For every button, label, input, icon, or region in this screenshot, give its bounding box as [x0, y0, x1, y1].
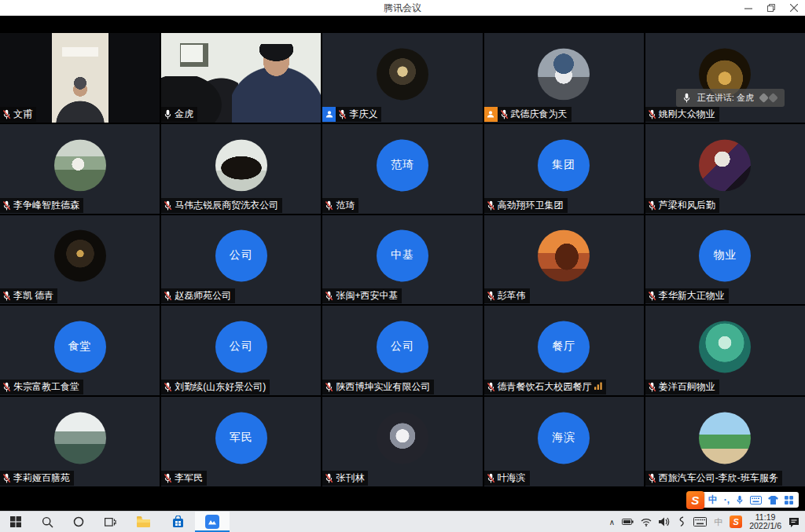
- signal-strength-icon: [594, 381, 602, 393]
- sogou-skin-icon[interactable]: [768, 496, 778, 504]
- participant-label: 李军民: [161, 471, 207, 486]
- meeting-top-strip: [0, 16, 805, 33]
- participant-cell[interactable]: 公司赵磊师苑公司: [161, 215, 321, 305]
- mic-muted-icon: [325, 200, 333, 211]
- sogou-voice-icon[interactable]: [736, 495, 744, 504]
- taskbar-clock[interactable]: 11:19 2022/1/6: [749, 513, 781, 531]
- mic-muted-icon: [2, 291, 11, 301]
- participant-label: 李庆义: [322, 107, 381, 122]
- window-title: 腾讯会议: [384, 2, 421, 15]
- participant-cell[interactable]: 李争峰智胜德森: [0, 124, 160, 214]
- participant-cell[interactable]: 李莉娅百膳苑: [0, 397, 160, 486]
- speaking-banner-text: 正在讲话: 金虎: [697, 92, 754, 104]
- avatar-initials: 食堂: [54, 321, 106, 373]
- participant-cell[interactable]: 芦梁和风后勤: [645, 124, 805, 214]
- participant-name: 姜洋百舸物业: [659, 381, 715, 393]
- input-method-indicator[interactable]: 中: [714, 516, 722, 528]
- microsoft-store-button[interactable]: [160, 512, 195, 532]
- participant-cell[interactable]: 海滨叶海滨: [484, 397, 644, 486]
- participant-cell[interactable]: 金虎: [161, 33, 321, 123]
- participant-cell[interactable]: 张刊林: [322, 397, 482, 486]
- avatar-photo: [699, 139, 751, 191]
- participant-cell[interactable]: 军民李军民: [161, 397, 321, 486]
- participant-cell[interactable]: 公司刘勤续(山东好景公司): [161, 306, 321, 395]
- tray-chevron-up-icon[interactable]: ∧: [609, 518, 615, 526]
- sogou-input-toolbar: S 中 ·,: [686, 491, 799, 508]
- avatar-initials: 集团: [538, 139, 590, 191]
- windows-ink-pen-icon[interactable]: [677, 516, 686, 527]
- participant-label: 高劲翔环卫集团: [484, 198, 568, 213]
- avatar-initials: 中基: [377, 230, 428, 282]
- participant-name: 金虎: [175, 108, 193, 120]
- participant-label: 陕西博坤实业有限公司: [322, 380, 434, 394]
- participant-label: 范琦: [322, 198, 358, 213]
- mic-muted-icon: [487, 200, 495, 211]
- mic-muted-icon: [325, 291, 333, 301]
- participant-name: 德青餐饮石大校园餐厅: [498, 381, 592, 393]
- minimize-button[interactable]: [737, 0, 759, 16]
- participant-cell[interactable]: 文甫: [0, 33, 160, 123]
- avatar-initials: 餐厅: [538, 321, 590, 373]
- touch-keyboard-icon[interactable]: [693, 517, 707, 526]
- mic-muted-icon: [487, 382, 495, 392]
- task-view-button[interactable]: [94, 512, 126, 532]
- participant-cell[interactable]: 中基张闽+西安中基: [322, 215, 482, 305]
- participant-cell[interactable]: 彭革伟: [484, 215, 644, 305]
- participant-cell[interactable]: 李凯 德青: [0, 215, 160, 305]
- mic-muted-icon: [164, 473, 172, 483]
- participant-label: 李凯 德青: [0, 288, 57, 303]
- sogou-keyboard-icon[interactable]: [750, 496, 762, 504]
- mic-muted-icon: [487, 291, 495, 301]
- participant-cell[interactable]: 食堂朱宗富教工食堂: [0, 306, 160, 395]
- sogou-tray-icon[interactable]: S: [730, 515, 742, 528]
- avatar-initials: 海滨: [538, 412, 590, 464]
- battery-icon[interactable]: [622, 518, 634, 526]
- minimize-icon: [744, 4, 752, 12]
- search-button[interactable]: [31, 512, 63, 532]
- mic-muted-icon: [648, 200, 656, 211]
- sogou-logo[interactable]: S: [686, 491, 704, 509]
- participant-label: 李莉娅百膳苑: [0, 471, 74, 486]
- clock-date: 2022/1/6: [749, 522, 781, 531]
- participant-name: 赵磊师苑公司: [175, 290, 231, 302]
- participant-label: 朱宗富教工食堂: [0, 380, 83, 394]
- avatar-photo: [54, 412, 106, 464]
- tencent-meeting-icon: [205, 515, 219, 529]
- participant-cell[interactable]: 姜洋百舸物业: [645, 306, 805, 395]
- close-button[interactable]: [782, 0, 805, 16]
- avatar-photo: [538, 48, 590, 100]
- participant-cell[interactable]: 餐厅德青餐饮石大校园餐厅: [484, 306, 644, 395]
- file-explorer-button[interactable]: [126, 512, 160, 532]
- action-center-icon[interactable]: [788, 517, 799, 527]
- participant-cell[interactable]: 马伟志锐辰商贸洗衣公司: [161, 124, 321, 214]
- participant-cell[interactable]: 物业李华新大正物业: [645, 215, 805, 305]
- tencent-meeting-app-button[interactable]: [195, 512, 230, 532]
- participant-cell[interactable]: 武德庆食为天: [484, 33, 644, 123]
- participant-name: 陕西博坤实业有限公司: [336, 381, 430, 393]
- speaking-banner: 正在讲话: 金虎: [676, 89, 785, 107]
- participant-label: 武德庆食为天: [484, 107, 572, 122]
- restore-button[interactable]: [759, 0, 782, 16]
- participant-cell[interactable]: 公司陕西博坤实业有限公司: [322, 306, 482, 395]
- participant-cell[interactable]: 姚刚大众物业正在讲话: 金虎: [645, 33, 805, 123]
- window-controls: [737, 0, 805, 16]
- sogou-toolbox-icon[interactable]: [785, 496, 793, 504]
- participant-cell[interactable]: 范琦范琦: [322, 124, 482, 214]
- participant-name: 张刊林: [336, 472, 364, 484]
- participant-name: 李莉娅百膳苑: [13, 472, 70, 484]
- sogou-punctuation-button[interactable]: ·,: [724, 494, 730, 505]
- windows-taskbar: ∧ 中 S 11:19 2022/1/6: [0, 511, 805, 532]
- participant-cell[interactable]: 西旅汽车公司-李欣-班车服务: [645, 397, 805, 486]
- start-button[interactable]: [0, 512, 31, 532]
- avatar-photo: [54, 230, 106, 282]
- participant-name: 李军民: [175, 472, 203, 484]
- network-icon[interactable]: [641, 518, 652, 526]
- participant-label: 刘勤续(山东好景公司): [161, 380, 270, 394]
- participant-cell[interactable]: 李庆义: [322, 33, 482, 123]
- mic-muted-icon: [164, 200, 172, 211]
- sogou-chinese-mode-button[interactable]: 中: [708, 493, 718, 507]
- participant-cell[interactable]: 集团高劲翔环卫集团: [484, 124, 644, 214]
- participant-name: 李庆义: [349, 108, 377, 120]
- volume-icon[interactable]: [659, 517, 670, 526]
- cortana-button[interactable]: [63, 512, 94, 532]
